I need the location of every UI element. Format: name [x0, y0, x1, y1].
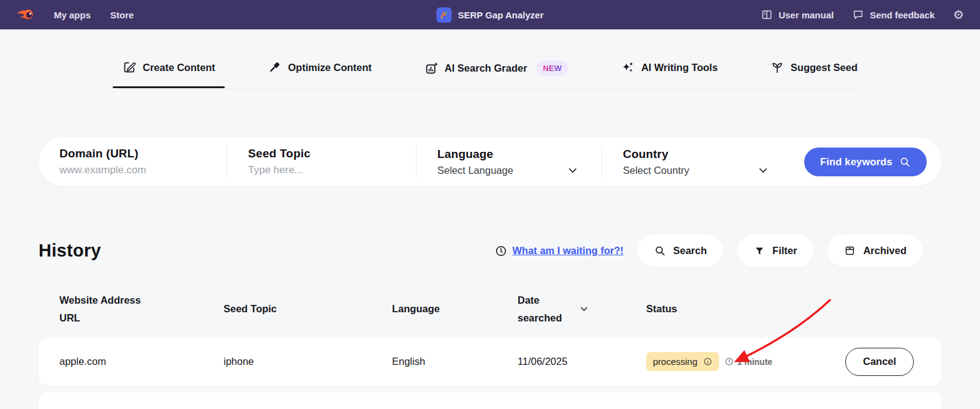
clock-icon: [495, 245, 507, 257]
col-header-language: Language: [392, 303, 518, 315]
language-select-value: Select Language: [437, 165, 513, 176]
app-title-group: SERP Gap Analyzer: [436, 7, 543, 23]
country-select-value: Select Country: [623, 165, 689, 176]
find-keywords-button[interactable]: Find keywords: [804, 148, 927, 176]
feedback-bubble-icon: [852, 9, 864, 21]
country-field: Country Select Country: [602, 148, 792, 176]
tab-ai-search-grader[interactable]: AI Search Grader NEW: [424, 61, 568, 89]
filter-funnel-icon: [754, 246, 765, 257]
tab-ai-writing-tools[interactable]: AI Writing Tools: [621, 61, 718, 87]
language-field: Language Select Language: [417, 148, 601, 176]
tab-suggest-seed[interactable]: Suggest Seed: [771, 61, 858, 87]
date-header-label: Date searched: [518, 291, 570, 327]
serp-gap-analyzer-icon: [436, 7, 451, 23]
search-button[interactable]: Search: [638, 235, 723, 267]
search-icon: [654, 245, 666, 257]
archived-button-label: Archived: [863, 245, 907, 257]
clock-icon: [725, 357, 734, 366]
col-header-website-address-url: Website Address URL: [59, 291, 154, 327]
tab-label: Optimize Content: [288, 62, 372, 73]
info-icon[interactable]: [703, 357, 712, 366]
domain-label: Domain (URL): [59, 147, 227, 160]
new-badge: NEW: [537, 61, 568, 76]
status-label: processing: [653, 356, 698, 367]
semrush-logo-icon[interactable]: [16, 7, 34, 22]
history-table-row: apple.com iphone English 11/06/2025 proc…: [39, 338, 941, 386]
seed-topic-field: Seed Topic: [227, 147, 416, 176]
keyword-search-form: Domain (URL) Seed Topic Language Select …: [39, 137, 941, 186]
next-row-partial: [39, 392, 941, 409]
processing-status-badge: processing: [646, 352, 719, 371]
topbar-left: My apps Store: [16, 7, 134, 22]
tab-label: Create Content: [143, 62, 215, 73]
col-header-seed-topic: Seed Topic: [224, 303, 392, 315]
domain-field: Domain (URL): [39, 147, 227, 176]
topbar: My apps Store SERP Gap Analyzer: [0, 0, 980, 29]
nav-my-apps[interactable]: My apps: [54, 10, 91, 20]
hammer-icon: [268, 61, 281, 74]
elapsed-label: 1 minute: [737, 357, 773, 367]
chevron-down-icon[interactable]: [567, 165, 578, 176]
tab-label: Suggest Seed: [791, 62, 858, 73]
cell-website-url: apple.com: [59, 356, 224, 367]
language-select[interactable]: Select Language: [437, 165, 601, 176]
filter-button-label: Filter: [772, 245, 797, 257]
tab-create-content[interactable]: Create Content: [123, 61, 215, 87]
seedling-icon: [771, 61, 784, 74]
country-label: Country: [623, 148, 792, 161]
cell-language: English: [392, 356, 518, 367]
settings-gear-icon[interactable]: ⚙: [953, 9, 964, 21]
archive-box-icon: [844, 245, 856, 257]
chevron-down-icon[interactable]: [758, 165, 769, 176]
country-select[interactable]: Select Country: [623, 165, 792, 176]
user-manual-link[interactable]: User manual: [761, 9, 834, 21]
tab-label: AI Writing Tools: [641, 62, 718, 73]
col-header-status: Status: [646, 303, 845, 315]
user-manual-label: User manual: [778, 10, 834, 20]
find-keywords-label: Find keywords: [820, 156, 892, 168]
book-icon: [761, 9, 773, 21]
tab-label: AI Search Grader: [445, 62, 527, 74]
send-feedback-label: Send feedback: [870, 10, 935, 20]
history-table-header: Website Address URL Seed Topic Language …: [39, 291, 941, 327]
app-title: SERP Gap Analyzer: [458, 10, 543, 20]
what-am-i-waiting-link[interactable]: What am I waiting for?!: [495, 245, 624, 257]
bar-chart-grader-icon: [424, 62, 438, 75]
history-header: History What am I waiting for?! Search F…: [39, 235, 941, 267]
pencil-edit-icon: [123, 61, 136, 74]
elapsed-time: 1 minute: [725, 357, 773, 367]
cancel-button[interactable]: Cancel: [845, 348, 914, 376]
filter-button[interactable]: Filter: [737, 235, 813, 267]
archived-button[interactable]: Archived: [827, 235, 923, 267]
sort-chevron-down-icon[interactable]: [579, 304, 589, 313]
seed-topic-label: Seed Topic: [248, 147, 416, 160]
cell-status: processing 1 minute: [646, 352, 845, 371]
sparkles-icon: [621, 61, 635, 74]
nav-store[interactable]: Store: [110, 10, 134, 20]
cell-date-searched: 11/06/2025: [518, 356, 646, 367]
domain-input[interactable]: [59, 164, 213, 176]
history-actions: What am I waiting for?! Search Filter: [495, 235, 942, 267]
history-title: History: [39, 241, 101, 261]
search-button-label: Search: [673, 245, 707, 257]
language-label: Language: [437, 148, 601, 161]
col-header-date-searched[interactable]: Date searched: [518, 291, 646, 327]
waiting-link-label: What am I waiting for?!: [513, 245, 624, 257]
tab-optimize-content[interactable]: Optimize Content: [268, 61, 372, 87]
content-tabs: Create Content Optimize Content AI Searc…: [123, 61, 858, 89]
search-icon: [899, 156, 911, 168]
seed-topic-input[interactable]: [248, 164, 402, 176]
cell-seed-topic: iphone: [224, 356, 392, 367]
topbar-right: User manual Send feedback ⚙: [761, 9, 964, 21]
send-feedback-link[interactable]: Send feedback: [852, 9, 935, 21]
